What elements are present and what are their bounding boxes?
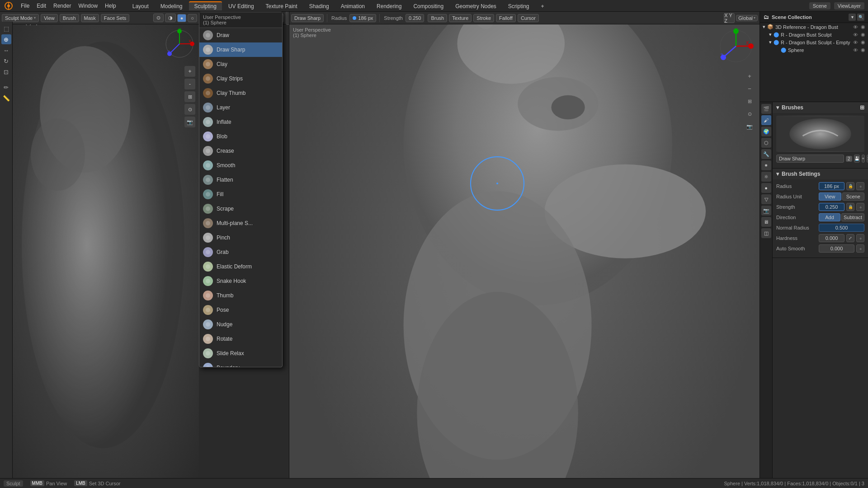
prop-tab-brush[interactable]: 🖌 [761,115,771,125]
stroke-type-btn[interactable]: Stroke [473,14,494,22]
auto-smooth-key[interactable]: ⬦ [856,244,864,253]
collection-3d-ref[interactable]: ▾ 📦 3D Reference - Dragon Bust 👁 ◉ [760,23,868,31]
empty-select[interactable]: ◉ [861,39,865,45]
workspace-compositing[interactable]: Compositing [408,1,449,10]
cursor-type-btn[interactable]: Cursor [518,14,539,22]
workspace-scripting[interactable]: Scripting [503,1,535,10]
brush-item-crease[interactable]: Crease [199,144,282,158]
center-brush-name[interactable]: Draw Sharp [291,14,324,22]
left-sculpt-mode[interactable]: Sculpt Mode ▾ [2,14,39,22]
sphere-eye[interactable]: 👁 [853,47,858,53]
brush-item-rotate[interactable]: Rotate [199,332,282,346]
radius-field[interactable]: 186 px [349,14,376,22]
texture-type-btn[interactable]: Texture [449,14,472,22]
brush-item-boundary[interactable]: Boundary [199,361,282,367]
brush-item-elastic-deform[interactable]: Elastic Deform [199,259,282,274]
prop-tab-output[interactable]: 🖥 [761,217,771,227]
left-render-btn[interactable]: ○ [188,14,197,22]
empty-eye[interactable]: 👁 [853,40,858,45]
menu-render[interactable]: Render [50,0,75,11]
left-zoom-in[interactable]: + [184,66,195,77]
tool-box-select[interactable]: ⬚ [1,23,11,33]
brush-item-blob[interactable]: Blob [199,129,282,144]
brush-item-scrape[interactable]: Scrape [199,202,282,216]
brush-item-clay[interactable]: Clay [199,57,282,71]
dragon-select[interactable]: ◉ [861,32,865,38]
brush-item-layer[interactable]: Layer [199,100,282,115]
tool-measure[interactable]: 📏 [1,93,11,103]
strength-field[interactable]: 0.250 [406,14,425,22]
brush-item-clay-strips[interactable]: Clay Strips [199,71,282,86]
brush-item-pose[interactable]: Pose [199,303,282,317]
axes-toggle[interactable]: Global▾ [736,15,758,21]
scene-name[interactable]: Scene [809,2,830,9]
tool-annotate[interactable]: ✏ [1,82,11,92]
xyz-overlay[interactable]: X Y Z [724,13,735,23]
sphere-select[interactable]: ◉ [861,47,865,53]
prop-tab-render[interactable]: 📷 [761,206,771,216]
prop-tab-object[interactable]: ⬡ [761,138,771,148]
radius-unit-view[interactable]: View [819,192,841,201]
hardness-key[interactable]: ⬦ [856,234,864,242]
prop-tab-view-layer[interactable]: ◫ [761,228,771,238]
brush-settings-header[interactable]: ▾ Brush Settings [773,169,868,179]
brush-item-draw-sharp[interactable]: Draw Sharp [199,42,282,57]
center-zoom-out[interactable]: − [744,83,755,94]
left-3d-view[interactable]: User Perspective (1) Sphere [0,12,199,478]
collection-3d-hide[interactable]: ◉ [861,24,865,30]
strength-lock-btn[interactable]: 🔒 [846,203,854,211]
brush-item-pinch[interactable]: Pinch [199,230,282,245]
radius-prop-value[interactable]: 186 px [819,182,844,190]
prop-tab-scene[interactable]: 🎬 [761,104,771,114]
radius-lock-btn[interactable]: 🔒 [846,182,854,190]
brushes-expand-icon[interactable]: ⊞ [860,104,864,111]
workspace-geometry-nodes[interactable]: Geometry Nodes [450,1,502,10]
menu-file[interactable]: File [17,0,33,11]
collection-sphere[interactable]: ⬤ Sphere 👁 ◉ [778,46,868,54]
center-viewport[interactable]: Draw Sharp Radius 186 px Strength 0.250 … [289,12,760,478]
left-brush-menu[interactable]: Brush [60,14,79,22]
brush-item-snake-hook[interactable]: Snake Hook [199,274,282,288]
collection-filter[interactable]: ▾ [849,14,856,21]
brushes-section-header[interactable]: ▾ Brushes ⊞ [773,102,868,113]
brush-item-flatten[interactable]: Flatten [199,173,282,187]
brush-item-multi-plane-s...[interactable]: Multi-plane S... [199,216,282,230]
brush-item-draw[interactable]: Draw [199,28,282,42]
workspace-uv[interactable]: UV Editing [223,1,259,10]
brush-name-input[interactable] [776,155,844,163]
workspace-shading[interactable]: Shading [304,1,335,10]
left-shading-btn[interactable]: ◑ [165,14,176,22]
workspace-add[interactable]: + [536,1,550,10]
menu-help[interactable]: Help [101,0,120,11]
workspace-modeling[interactable]: Modeling [155,1,188,10]
left-local-view[interactable]: ⊙ [184,104,195,115]
center-face-sets-menu[interactable]: Face Sets [286,12,289,25]
radius-key-btn[interactable]: ⬦ [856,182,864,190]
collection-search[interactable]: 🔍 [857,14,864,21]
prop-tab-physics[interactable]: ⚛ [761,172,771,182]
brush-item-smooth[interactable]: Smooth [199,158,282,173]
brush-item-nudge[interactable]: Nudge [199,317,282,332]
prop-tab-material[interactable]: ● [761,183,771,193]
left-zoom-out[interactable]: - [184,79,195,89]
falloff-type-btn[interactable]: Falloff [496,14,516,22]
center-cam[interactable]: 📷 [744,121,755,132]
tool-rotate[interactable]: ↻ [1,56,11,66]
direction-subtract[interactable]: Subtract [841,213,864,221]
brush-popup-list[interactable]: Draw Draw Sharp Clay [199,28,282,367]
tool-scale[interactable]: ⊡ [1,67,11,77]
workspace-layout[interactable]: Layout [127,1,154,10]
brush-type-btn[interactable]: Brush [428,14,447,22]
prop-tab-data[interactable]: ▽ [761,194,771,204]
left-face-sets-menu[interactable]: Face Sets [101,14,130,22]
left-view-menu[interactable]: View [41,14,58,22]
brush-item-thumb[interactable]: Thumb [199,288,282,303]
view-layer-name[interactable]: ViewLayer [834,2,864,9]
workspace-rendering[interactable]: Rendering [371,1,407,10]
center-zoom-in[interactable]: + [744,70,755,81]
tool-sculpt-draw[interactable]: ⊕ [1,34,11,44]
left-cam-btn[interactable]: 📷 [184,117,195,127]
left-solid-btn[interactable]: ● [177,14,187,22]
brush-save-btn[interactable]: 💾 [854,155,860,163]
strength-key-btn[interactable]: ⬦ [856,203,864,211]
